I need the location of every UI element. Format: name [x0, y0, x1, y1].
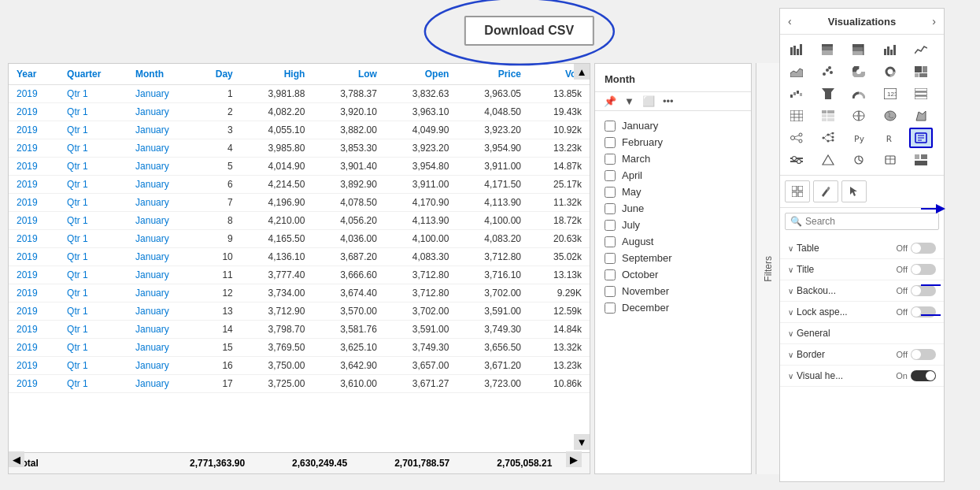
- viz-icon-map[interactable]: [847, 106, 871, 126]
- viz-icon-area-chart[interactable]: [785, 61, 808, 82]
- viz-icon-decomp-tree[interactable]: [816, 128, 840, 148]
- viz-icon-table[interactable]: [785, 106, 808, 126]
- table-wrapper[interactable]: Year Quarter Month Day High Low Open Pri…: [9, 64, 590, 442]
- viz-paint-button[interactable]: [813, 180, 838, 202]
- filter-checkbox[interactable]: [605, 203, 616, 214]
- filter-funnel-button[interactable]: ▼: [622, 94, 637, 109]
- viz-back-button[interactable]: ‹: [788, 15, 792, 28]
- viz-icon-bar-chart[interactable]: [785, 39, 808, 60]
- table-header-row: Year Quarter Month Day High Low Open Pri…: [9, 64, 590, 85]
- viz-icon-gauge[interactable]: [847, 84, 871, 104]
- col-day[interactable]: Day: [195, 64, 241, 85]
- filter-checkbox[interactable]: [605, 236, 616, 247]
- viz-cursor-button[interactable]: [841, 180, 867, 202]
- table-cell: Qtr 1: [59, 194, 128, 212]
- viz-icon-column-chart[interactable]: [878, 39, 902, 60]
- viz-icon-donut[interactable]: [878, 61, 902, 82]
- col-month[interactable]: Month: [128, 64, 195, 85]
- col-price[interactable]: Price: [457, 64, 529, 85]
- table-cell: 3,749.30: [385, 339, 457, 357]
- table-cell: Qtr 1: [59, 139, 128, 158]
- filter-checkbox[interactable]: [605, 220, 616, 231]
- viz-icon-key-influencer[interactable]: [785, 128, 808, 148]
- filter-item[interactable]: August: [605, 233, 741, 250]
- table-cell: 5: [195, 158, 241, 176]
- viz-icon-treemap[interactable]: [909, 61, 933, 82]
- viz-icon-r-visual[interactable]: R: [878, 128, 902, 148]
- search-icon: 🔍: [790, 216, 802, 227]
- viz-icon-python[interactable]: Py: [847, 128, 871, 148]
- col-year[interactable]: Year: [9, 64, 59, 85]
- filters-sidebar[interactable]: Filters: [756, 63, 779, 474]
- viz-prop-lock-toggle[interactable]: [911, 306, 936, 317]
- viz-icon-custom1[interactable]: [785, 150, 808, 170]
- viz-prop-title-toggle[interactable]: [911, 264, 936, 275]
- viz-icon-card[interactable]: 123: [878, 84, 902, 104]
- table-cell: 4,171.50: [457, 176, 529, 194]
- svg-rect-44: [822, 110, 827, 113]
- filter-pin-button[interactable]: 📌: [601, 94, 619, 109]
- download-csv-button[interactable]: Download CSV: [464, 16, 594, 46]
- filter-checkbox[interactable]: [605, 269, 616, 280]
- filter-checkbox[interactable]: [605, 286, 616, 297]
- filter-checkbox[interactable]: [605, 170, 616, 181]
- col-high[interactable]: High: [241, 64, 313, 85]
- viz-icon-pie-chart[interactable]: [847, 61, 871, 82]
- filter-item[interactable]: July: [605, 217, 741, 233]
- filter-item[interactable]: April: [605, 167, 741, 184]
- viz-search-box[interactable]: 🔍: [785, 213, 939, 230]
- filter-item[interactable]: June: [605, 200, 741, 217]
- viz-icon-highlighted[interactable]: [909, 128, 933, 148]
- scroll-left-button[interactable]: ◀: [9, 451, 24, 467]
- viz-icon-custom3[interactable]: [847, 150, 871, 170]
- viz-icon-multi-row-card[interactable]: [909, 84, 933, 104]
- filter-item[interactable]: November: [605, 283, 741, 299]
- filter-item[interactable]: September: [605, 250, 741, 266]
- svg-rect-13: [887, 46, 889, 55]
- filter-checkbox[interactable]: [605, 303, 616, 314]
- filter-checkbox[interactable]: [605, 187, 616, 198]
- col-low[interactable]: Low: [312, 64, 385, 85]
- filter-label: December: [622, 302, 669, 314]
- filter-item[interactable]: March: [605, 150, 741, 167]
- viz-prop-table-toggle[interactable]: [911, 243, 936, 254]
- viz-icon-stacked-bar[interactable]: [816, 39, 840, 60]
- svg-rect-15: [893, 45, 896, 55]
- filter-checkbox[interactable]: [605, 121, 616, 132]
- viz-grid-button[interactable]: [785, 180, 810, 202]
- viz-icon-waterfall[interactable]: [785, 84, 808, 104]
- filter-checkbox[interactable]: [605, 154, 616, 165]
- scroll-up-button[interactable]: ▲: [574, 64, 590, 80]
- table-cell: Qtr 1: [59, 321, 128, 339]
- viz-icon-scatter[interactable]: [816, 61, 840, 82]
- filter-item[interactable]: January: [605, 117, 741, 134]
- filter-checkbox[interactable]: [605, 253, 616, 264]
- viz-icon-100-stacked-bar[interactable]: [847, 39, 871, 60]
- viz-icon-custom5[interactable]: [909, 150, 933, 170]
- viz-prop-bg-toggle[interactable]: [911, 285, 936, 296]
- filter-item[interactable]: May: [605, 184, 741, 200]
- filter-item[interactable]: October: [605, 266, 741, 283]
- col-open[interactable]: Open: [385, 64, 457, 85]
- svg-rect-30: [793, 92, 796, 95]
- viz-icon-custom2[interactable]: [816, 150, 840, 170]
- filter-item[interactable]: December: [605, 299, 741, 316]
- viz-prop-vh-toggle[interactable]: [911, 370, 936, 381]
- viz-forward-button[interactable]: ›: [932, 15, 936, 28]
- viz-icon-shape-map[interactable]: [909, 106, 933, 126]
- search-input[interactable]: [805, 216, 934, 227]
- viz-prop-border-toggle[interactable]: [911, 349, 936, 360]
- viz-icon-line-chart[interactable]: [909, 39, 933, 60]
- viz-icon-matrix[interactable]: [816, 106, 840, 126]
- viz-icon-custom4[interactable]: [878, 150, 902, 170]
- scroll-right-button[interactable]: ▶: [566, 451, 582, 467]
- filter-eraser-button[interactable]: ⬜: [640, 94, 657, 109]
- filter-checkbox[interactable]: [605, 137, 616, 148]
- filter-item[interactable]: February: [605, 134, 741, 150]
- viz-icon-filled-map[interactable]: [878, 106, 902, 126]
- col-quarter[interactable]: Quarter: [59, 64, 128, 85]
- filter-more-button[interactable]: •••: [660, 94, 676, 109]
- table-row: 2019Qtr 1January94,165.504,036.004,100.0…: [9, 230, 590, 248]
- scroll-down-button[interactable]: ▼: [574, 434, 590, 450]
- viz-icon-funnel[interactable]: [816, 84, 840, 104]
